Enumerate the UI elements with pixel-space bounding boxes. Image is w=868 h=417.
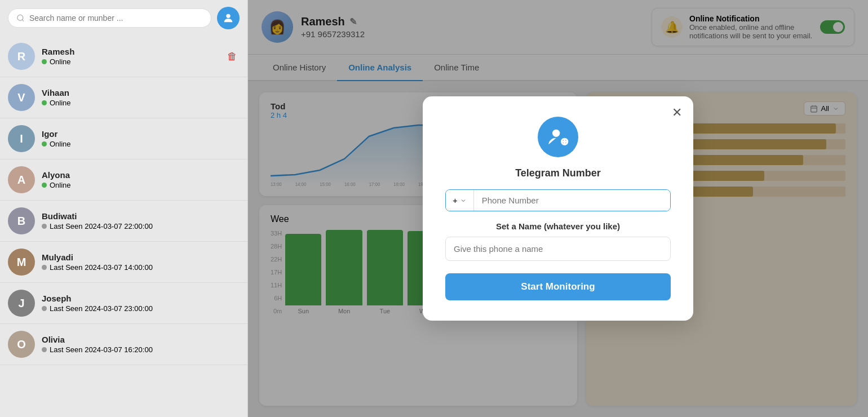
- contact-status: Last Seen 2024-03-07 16:20:00: [42, 345, 240, 354]
- contact-item[interactable]: J Joseph Last Seen 2024-03-07 23:00:00: [0, 283, 247, 324]
- contact-item[interactable]: I Igor Online: [0, 118, 247, 159]
- modal-close-button[interactable]: ✕: [672, 105, 682, 120]
- start-monitoring-button[interactable]: Start Monitoring: [445, 273, 671, 300]
- contact-name: Mulyadi: [42, 252, 240, 262]
- contact-status: Online: [42, 181, 240, 189]
- svg-point-0: [17, 15, 23, 20]
- contact-item[interactable]: V Vihaan Online: [0, 77, 247, 118]
- contact-status: Last Seen 2024-03-07 23:00:00: [42, 304, 240, 313]
- search-bar: [0, 0, 247, 36]
- user-avatar-button[interactable]: [217, 7, 240, 29]
- contact-status: Online: [42, 57, 225, 66]
- status-dot: [42, 347, 47, 352]
- contact-name: Igor: [42, 129, 240, 139]
- status-text: Online: [50, 57, 71, 66]
- status-text: Online: [50, 181, 71, 189]
- contact-info: Mulyadi Last Seen 2024-03-07 14:00:00: [42, 252, 240, 272]
- status-text: Online: [50, 99, 71, 107]
- contact-info: Igor Online: [42, 129, 240, 148]
- contact-info: Joseph Last Seen 2024-03-07 23:00:00: [42, 294, 240, 313]
- name-label: Set a Name (whatever you like): [445, 221, 671, 231]
- svg-line-1: [22, 20, 24, 21]
- contact-item[interactable]: B Budiwati Last Seen 2024-03-07 22:00:00: [0, 201, 247, 242]
- contact-item[interactable]: O Olivia Last Seen 2024-03-07 16:20:00: [0, 324, 247, 365]
- status-dot: [42, 306, 47, 311]
- contact-name: Olivia: [42, 335, 240, 344]
- sidebar: R Ramesh Online 🗑 V Vihaan Online I: [0, 0, 248, 417]
- contact-info: Budiwati Last Seen 2024-03-07 22:00:00: [42, 211, 240, 230]
- status-dot: [42, 265, 47, 270]
- status-dot: [42, 100, 47, 105]
- svg-point-2: [226, 14, 230, 18]
- contact-avatar: B: [8, 207, 35, 234]
- contact-name: Ramesh: [42, 47, 225, 56]
- status-text: Last Seen 2024-03-07 23:00:00: [50, 304, 153, 313]
- contact-list: R Ramesh Online 🗑 V Vihaan Online I: [0, 36, 247, 417]
- status-text: Last Seen 2024-03-07 16:20:00: [50, 345, 153, 354]
- contact-info: Olivia Last Seen 2024-03-07 16:20:00: [42, 335, 240, 354]
- status-dot: [42, 59, 47, 64]
- country-code-selector[interactable]: +: [446, 190, 474, 211]
- modal-overlay[interactable]: ✕ Telegram Number +: [248, 0, 868, 417]
- contact-avatar: J: [8, 290, 35, 317]
- svg-point-18: [552, 130, 560, 137]
- modal-icon-wrap: [445, 117, 671, 157]
- contact-item[interactable]: A Alyona Online: [0, 159, 247, 201]
- contact-avatar: V: [8, 84, 35, 111]
- contact-avatar: I: [8, 125, 35, 152]
- contact-name: Joseph: [42, 294, 240, 303]
- contact-status: Online: [42, 99, 240, 107]
- contact-avatar: M: [8, 249, 35, 276]
- contact-info: Vihaan Online: [42, 88, 240, 107]
- name-input[interactable]: [445, 237, 671, 261]
- add-user-icon: [538, 117, 578, 157]
- status-text: Online: [50, 140, 71, 148]
- status-dot: [42, 224, 47, 229]
- contact-avatar: R: [8, 43, 35, 70]
- modal-title: Telegram Number: [445, 167, 671, 179]
- delete-contact-button[interactable]: 🗑: [225, 48, 240, 65]
- status-dot: [42, 183, 47, 188]
- contact-item[interactable]: M Mulyadi Last Seen 2024-03-07 14:00:00: [0, 242, 247, 283]
- contact-name: Vihaan: [42, 88, 240, 97]
- status-dot: [42, 141, 47, 147]
- contact-status: Online: [42, 140, 240, 148]
- status-text: Last Seen 2024-03-07 22:00:00: [50, 222, 153, 230]
- contact-avatar: O: [8, 331, 35, 358]
- country-code-label: +: [453, 196, 458, 205]
- modal-dialog: ✕ Telegram Number +: [423, 96, 693, 321]
- contact-status: Last Seen 2024-03-07 14:00:00: [42, 263, 240, 272]
- main-content: 👩 Ramesh ✎ +91 9657239312 🔔 Online Notif…: [248, 0, 868, 417]
- status-text: Last Seen 2024-03-07 14:00:00: [50, 263, 153, 272]
- contact-info: Alyona Online: [42, 170, 240, 189]
- search-icon: [16, 14, 25, 23]
- search-input[interactable]: [29, 14, 203, 23]
- contact-info: Ramesh Online: [42, 47, 225, 66]
- phone-number-row: +: [445, 189, 671, 211]
- phone-number-input[interactable]: [474, 190, 670, 211]
- chevron-down-icon: [460, 197, 467, 204]
- search-input-wrap[interactable]: [8, 8, 211, 28]
- contact-name: Alyona: [42, 170, 240, 180]
- contact-avatar: A: [8, 166, 35, 193]
- contact-item[interactable]: R Ramesh Online 🗑: [0, 36, 247, 77]
- contact-status: Last Seen 2024-03-07 22:00:00: [42, 222, 240, 230]
- contact-name: Budiwati: [42, 211, 240, 221]
